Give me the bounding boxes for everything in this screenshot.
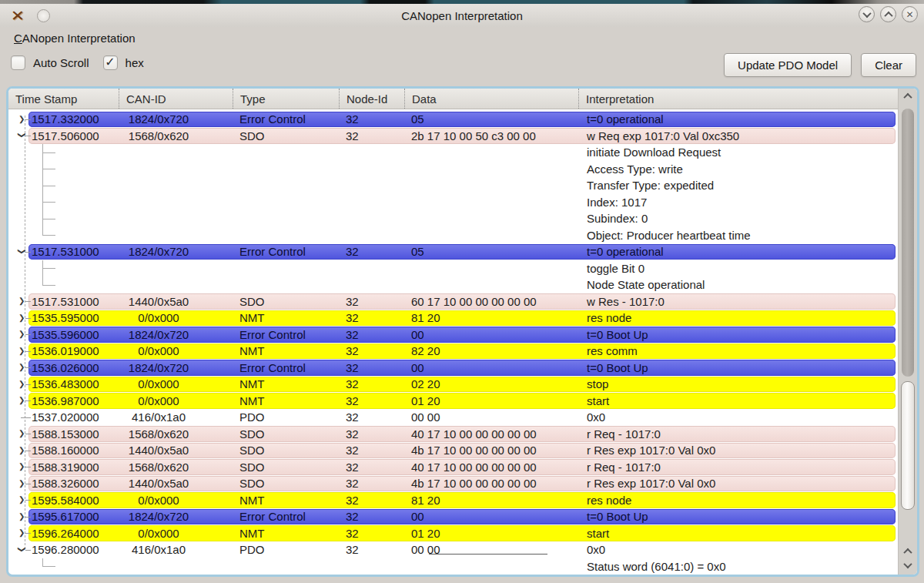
expand-expander-icon[interactable]: ❯: [18, 380, 25, 388]
expand-expander-icon[interactable]: ❯: [18, 330, 25, 338]
tree-branch-line: [25, 400, 31, 401]
table-row[interactable]: initiate Download Request: [8, 144, 898, 161]
scroll-down-button[interactable]: [899, 561, 917, 570]
cell-data: 40 17 10 00 00 00 00 00: [404, 427, 578, 441]
cell-interpretation: r Res exp 1017:0 Val 0x0: [578, 444, 898, 457]
table-row[interactable]: ❯1588.3190001568/0x620SDO3240 17 10 00 0…: [8, 459, 898, 476]
vertical-scrollbar[interactable]: [898, 89, 917, 575]
expand-expander-icon[interactable]: ❯: [18, 314, 25, 322]
cell-interpretation-detail: Subindex: 0: [578, 212, 898, 225]
expand-expander-icon[interactable]: ❯: [18, 463, 25, 471]
table-row[interactable]: ❯1536.9870000/0x000NMT3201 20start: [8, 393, 898, 410]
cell-interpretation-detail: Transfer Type: expedited: [578, 179, 898, 192]
expand-expander-icon[interactable]: ❯: [18, 480, 25, 488]
cell-node-id: 32: [339, 427, 404, 441]
column-header-time-stamp[interactable]: Time Stamp: [8, 89, 119, 109]
chevron-down-icon: [862, 8, 871, 17]
table-row[interactable]: ❯1535.5960001824/0x720Error Control3200t…: [8, 327, 898, 343]
row-cells: initiate Download Request: [8, 144, 898, 161]
clear-button[interactable]: Clear: [861, 53, 916, 77]
cell-type: SDO: [233, 444, 339, 457]
cell-interpretation: t=0 Boot Up: [578, 328, 898, 341]
tree-branch-line: [25, 252, 31, 253]
shade-button[interactable]: [859, 6, 875, 22]
scrollbar-track[interactable]: [899, 104, 917, 544]
scroll-up-button[interactable]: [899, 89, 917, 104]
row-cells: ❯1595.6170001824/0x720Error Control3200t…: [8, 508, 898, 525]
maximize-button[interactable]: [880, 6, 896, 22]
table-row[interactable]: Status word (6041:0) = 0x0: [8, 558, 898, 575]
expand-expander-icon[interactable]: ❯: [18, 116, 25, 123]
table-row[interactable]: ❯1536.0190000/0x000NMT3282 20res comm: [8, 343, 898, 360]
collapse-expander-icon[interactable]: ❯: [18, 248, 25, 254]
cell-can-id: 0/0x000: [119, 311, 233, 324]
column-header-can-id[interactable]: CAN-ID: [119, 89, 233, 109]
scroll-up-button-2[interactable]: [899, 547, 917, 556]
cell-type: SDO: [233, 427, 339, 441]
column-header-node-id[interactable]: Node-Id: [339, 89, 404, 109]
table-row[interactable]: ❯1517.5060001568/0x620SDO322b 17 10 00 5…: [8, 128, 898, 145]
cell-data: 00: [404, 328, 578, 341]
row-cells: Transfer Type: expedited: [8, 177, 898, 194]
table-row[interactable]: ❯1596.2640000/0x000NMT3201 20start: [8, 525, 898, 542]
table-row[interactable]: ❯1536.4830000/0x000NMT3202 20stop: [8, 376, 898, 393]
expand-expander-icon[interactable]: ❯: [18, 513, 25, 521]
table-row[interactable]: ❯1595.6170001824/0x720Error Control3200t…: [8, 508, 898, 525]
table-row[interactable]: ❯1596.280000416/0x1a0PDO3200 000x0: [8, 541, 898, 558]
table-row[interactable]: toggle Bit 0: [8, 260, 898, 277]
cell-data: 01 20: [404, 394, 578, 407]
collapse-expander-icon[interactable]: ❯: [18, 546, 25, 552]
table-row[interactable]: ❯1517.3320001824/0x720Error Control3205t…: [8, 111, 898, 128]
table-row[interactable]: Transfer Type: expedited: [8, 177, 898, 194]
expand-expander-icon[interactable]: ❯: [18, 496, 25, 504]
scrollbar-thumb[interactable]: [901, 381, 915, 511]
table-row[interactable]: ❯1535.5950000/0x000NMT3281 20res node: [8, 310, 898, 327]
table-row[interactable]: ❯1588.3260001440/0x5a0SDO324b 17 10 00 0…: [8, 475, 898, 492]
tree-decoration: ❯: [8, 327, 28, 343]
cell-data: 05: [404, 112, 578, 126]
table-row[interactable]: Access Type: write: [8, 161, 898, 178]
cell-can-id: 416/0x1a0: [119, 410, 233, 424]
column-header-data[interactable]: Data: [404, 89, 578, 109]
expand-expander-icon[interactable]: ❯: [18, 297, 25, 305]
expand-expander-icon[interactable]: ❯: [18, 364, 25, 371]
cell-interpretation: w Res - 1017:0: [578, 295, 898, 308]
table-row[interactable]: Subindex: 0: [8, 210, 898, 227]
tree-decoration: [8, 409, 28, 426]
table-row[interactable]: ❯1536.0260001824/0x720Error Control3200t…: [8, 360, 898, 377]
table-row[interactable]: ❯1517.5310001440/0x5a0SDO3260 17 10 00 0…: [8, 293, 898, 310]
expand-expander-icon[interactable]: ❯: [18, 397, 25, 404]
table-row[interactable]: 1537.020000416/0x1a0PDO3200 000x0: [8, 409, 898, 426]
chevron-up-icon: [903, 93, 912, 102]
table-row[interactable]: Index: 1017: [8, 194, 898, 211]
row-cells: ❯1517.5310001824/0x720Error Control3205t…: [8, 243, 898, 260]
cell-time-stamp: 1536.026000: [28, 361, 119, 374]
titlebar[interactable]: ✕ CANopen Interpretation ✕: [0, 4, 924, 27]
expand-expander-icon[interactable]: ❯: [18, 529, 25, 537]
update-pdo-model-button[interactable]: Update PDO Model: [724, 53, 852, 77]
menu-canopen-interpretation[interactable]: CANopen Interpretation: [12, 30, 137, 46]
table-row[interactable]: Node State operational: [8, 276, 898, 293]
expand-expander-icon[interactable]: ❯: [18, 447, 25, 454]
collapse-expander-icon[interactable]: ❯: [18, 132, 25, 139]
table-row[interactable]: Object: Producer heartbeat time: [8, 227, 898, 244]
table-row[interactable]: ❯1517.5310001824/0x720Error Control3205t…: [8, 243, 898, 260]
cell-node-id: 32: [339, 295, 404, 308]
cell-node-id: 32: [339, 543, 404, 556]
row-cells: ❯1517.5310001440/0x5a0SDO3260 17 10 00 0…: [8, 293, 898, 310]
close-button[interactable]: ✕: [902, 6, 918, 22]
table-row[interactable]: ❯1588.1530001568/0x620SDO3240 17 10 00 0…: [8, 426, 898, 443]
column-header-type[interactable]: Type: [233, 89, 339, 109]
auto-scroll-checkbox[interactable]: [11, 55, 25, 70]
table-row[interactable]: ❯1595.5840000/0x000NMT3281 20res node: [8, 492, 898, 509]
tree-branch-line: [25, 301, 31, 302]
table-row[interactable]: ❯1588.1600001440/0x5a0SDO324b 17 10 00 0…: [8, 442, 898, 459]
tree-branch-line: [25, 351, 31, 352]
expand-expander-icon[interactable]: ❯: [18, 347, 25, 355]
column-header-interpretation[interactable]: Interpretation: [578, 89, 898, 109]
cell-type: SDO: [233, 461, 339, 474]
row-cells: ❯1588.3260001440/0x5a0SDO324b 17 10 00 0…: [8, 475, 898, 492]
tree-branch-line: [25, 451, 31, 451]
expand-expander-icon[interactable]: ❯: [18, 430, 25, 437]
hex-checkbox[interactable]: ✓: [103, 55, 118, 70]
